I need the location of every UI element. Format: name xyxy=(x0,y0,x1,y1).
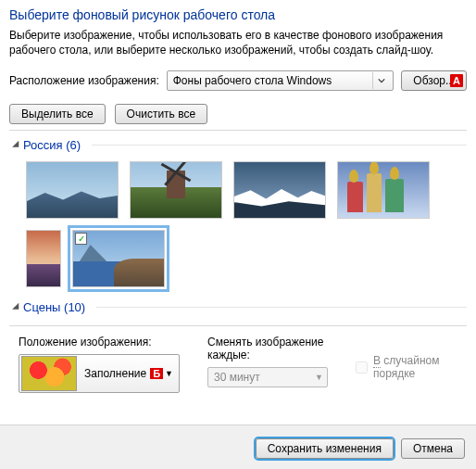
interval-select[interactable]: 30 минут ▼ xyxy=(207,367,328,387)
browse-button[interactable]: Обзор... А xyxy=(401,70,467,91)
marker-a: А xyxy=(450,74,463,87)
position-label: Положение изображения: xyxy=(19,336,180,349)
group-header-russia[interactable]: Россия (6) xyxy=(15,138,467,152)
save-button[interactable]: Сохранить изменения xyxy=(256,438,394,459)
wallpaper-thumb[interactable] xyxy=(337,161,430,219)
expand-icon xyxy=(12,302,22,312)
wallpaper-thumb[interactable] xyxy=(233,161,326,219)
position-select[interactable]: Заполнение Б ▼ xyxy=(19,354,180,393)
random-label: В случайном порядке xyxy=(373,354,457,380)
group-header-scenes[interactable]: Сцены (10) xyxy=(15,300,467,314)
location-label: Расположение изображения: xyxy=(9,74,159,87)
interval-label: Сменять изображение каждые: xyxy=(207,336,328,361)
wallpaper-thumb-selected[interactable]: ✓ xyxy=(72,230,165,287)
expand-icon xyxy=(12,140,22,150)
wallpaper-panel: Россия (6) ✓ Сцены (10) xyxy=(9,130,467,326)
wallpaper-thumb[interactable] xyxy=(26,230,61,287)
random-checkbox-input[interactable] xyxy=(356,361,368,374)
select-all-button[interactable]: Выделить все xyxy=(9,104,106,124)
footer: Сохранить изменения Отмена xyxy=(0,425,476,469)
chevron-down-icon xyxy=(372,72,389,89)
position-preview xyxy=(21,356,77,391)
page-title: Выберите фоновый рисунок рабочего стола xyxy=(9,7,467,22)
chevron-down-icon: ▼ xyxy=(165,369,173,378)
location-value: Фоны рабочего стола Windows xyxy=(173,74,332,87)
location-select[interactable]: Фоны рабочего стола Windows xyxy=(167,70,395,91)
thumbs-russia: ✓ xyxy=(9,158,467,297)
random-order-checkbox[interactable]: В случайном порядке xyxy=(356,354,457,380)
clear-all-button[interactable]: Очистить все xyxy=(115,104,207,124)
marker-b: Б xyxy=(150,368,163,379)
position-mode: Заполнение xyxy=(84,367,146,380)
wallpaper-thumb[interactable] xyxy=(130,161,222,219)
browse-label: Обзор... xyxy=(413,74,455,87)
checkmark-icon: ✓ xyxy=(75,233,87,245)
cancel-button[interactable]: Отмена xyxy=(401,438,465,459)
wallpaper-thumb[interactable] xyxy=(26,161,119,219)
interval-value: 30 минут xyxy=(214,371,260,384)
page-subtitle: Выберите изображение, чтобы использовать… xyxy=(9,28,467,57)
group-label: Россия (6) xyxy=(23,138,81,152)
chevron-down-icon: ▼ xyxy=(315,373,323,382)
group-label: Сцены (10) xyxy=(23,300,85,314)
